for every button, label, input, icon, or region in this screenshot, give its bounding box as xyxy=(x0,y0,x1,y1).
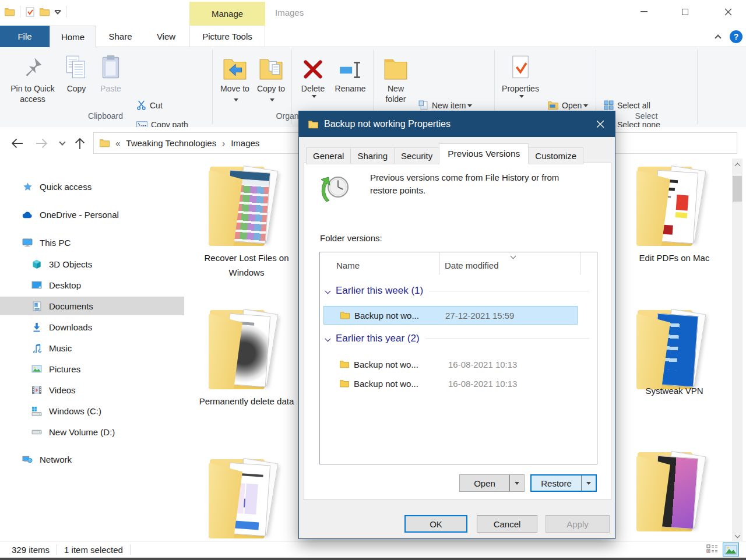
close-button[interactable] xyxy=(715,0,741,23)
group-collapse-icon[interactable] xyxy=(325,288,331,294)
scroll-up-button[interactable] xyxy=(732,159,743,170)
tab-picture-tools[interactable]: Picture Tools xyxy=(189,26,265,47)
properties-check-icon[interactable] xyxy=(26,7,34,17)
forward-button[interactable] xyxy=(33,135,50,152)
minimize-icon xyxy=(641,11,648,12)
sidebar-item-3d-objects[interactable]: 3D Objects xyxy=(0,255,184,273)
new-folder-icon xyxy=(383,54,408,80)
cancel-button[interactable]: Cancel xyxy=(477,515,537,533)
version-row-selected[interactable]: Backup not wo... 27-12-2021 15:59 xyxy=(323,306,578,325)
sidebar-item-pictures[interactable]: Pictures xyxy=(0,360,184,378)
paste-icon xyxy=(100,54,121,80)
close-icon xyxy=(596,120,604,128)
folder-tile-label[interactable]: Systweak VPN xyxy=(625,383,724,398)
sidebar-item-downloads[interactable]: Downloads xyxy=(0,318,184,336)
dialog-tab-sharing[interactable]: Sharing xyxy=(350,147,395,164)
folder-tile-edit-pdfs[interactable] xyxy=(628,164,722,251)
group-header-rule xyxy=(425,339,589,339)
breadcrumb-current[interactable]: Images xyxy=(231,138,259,148)
move-to-icon xyxy=(223,54,247,80)
delete-icon xyxy=(302,54,324,80)
dialog-title: Backup not working Properties xyxy=(324,119,451,129)
sidebar-item-music[interactable]: Music xyxy=(0,339,184,357)
dialog-tab-customize[interactable]: Customize xyxy=(528,147,583,164)
restore-version-button[interactable]: Restore xyxy=(530,474,597,492)
new-folder-qat-icon[interactable] xyxy=(40,8,50,16)
navigation-pane: Quick access OneDrive - Personal This PC… xyxy=(0,159,184,541)
sidebar-item-network[interactable]: Network xyxy=(0,450,184,469)
group-header-earlier-this-week[interactable]: Earlier this week (1) xyxy=(326,285,589,297)
sidebar-item-windows-c[interactable]: Windows (C:) xyxy=(0,401,184,420)
cut-button[interactable]: Cut xyxy=(135,97,163,113)
help-button[interactable]: ? xyxy=(730,30,743,43)
tab-view[interactable]: View xyxy=(145,26,188,47)
version-row[interactable]: Backup not wo... 16-08-2021 10:13 xyxy=(323,374,578,393)
folder-tile-systweak-vpn[interactable] xyxy=(628,308,722,394)
dialog-tab-security[interactable]: Security xyxy=(394,147,439,164)
previous-versions-info-text: Previous versions come from File History… xyxy=(370,171,586,197)
column-header-name[interactable]: Name xyxy=(336,260,360,270)
up-button[interactable] xyxy=(71,135,89,152)
properties-icon xyxy=(510,54,531,80)
details-view-button[interactable] xyxy=(704,543,720,557)
folder-tile-permanently-delete[interactable] xyxy=(200,308,294,394)
ok-button[interactable]: OK xyxy=(404,515,467,533)
folder-tile-label[interactable]: Permanently delete data xyxy=(197,394,296,408)
minimize-button[interactable] xyxy=(631,0,657,23)
dialog-close-button[interactable] xyxy=(589,114,611,135)
scroll-down-button[interactable] xyxy=(732,533,743,537)
column-header-date-modified[interactable]: Date modified xyxy=(445,260,499,270)
sidebar-item-videos[interactable]: Videos xyxy=(0,381,184,399)
folder-icon xyxy=(340,360,349,368)
open-version-button[interactable]: Open xyxy=(459,474,525,492)
group-header-earlier-this-year[interactable]: Earlier this year (2) xyxy=(326,333,589,344)
copy-to-icon xyxy=(259,54,283,80)
open-dropdown-button[interactable] xyxy=(509,475,524,491)
folder-tile-recover-lost-files[interactable] xyxy=(200,164,294,251)
toolbar-separator xyxy=(20,6,20,17)
vertical-scrollbar[interactable] xyxy=(732,159,743,541)
sidebar-item-new-volume-d[interactable]: New Volume (D:) xyxy=(0,422,184,441)
dialog-tab-previous-versions[interactable]: Previous Versions xyxy=(439,143,529,164)
maximize-button[interactable] xyxy=(671,0,698,23)
tab-share[interactable]: Share xyxy=(96,26,145,47)
quick-access-star-icon xyxy=(22,182,33,192)
thumbnail-view-button[interactable] xyxy=(723,543,739,557)
folder-tile-partial-bottom-left[interactable] xyxy=(200,457,294,543)
list-header: Name Date modified xyxy=(320,256,597,274)
open-icon xyxy=(548,101,558,110)
collapse-ribbon-button[interactable] xyxy=(710,29,726,44)
customize-qat-chevron-icon[interactable] xyxy=(55,10,61,13)
pin-icon xyxy=(21,54,44,80)
items-count: 329 items xyxy=(12,545,50,555)
scrollbar-thumb[interactable] xyxy=(733,176,742,202)
dropdown-arrow-icon xyxy=(234,98,238,101)
group-collapse-icon[interactable] xyxy=(325,336,331,341)
tab-home[interactable]: Home xyxy=(50,26,96,48)
dialog-tab-general[interactable]: General xyxy=(306,147,351,164)
folder-tile-partial-bottom-right[interactable] xyxy=(628,450,722,536)
manage-contextual-tab[interactable]: Manage xyxy=(189,2,265,26)
breadcrumb-overflow[interactable]: « xyxy=(114,138,121,148)
folder-tile-label[interactable]: Edit PDFs on Mac xyxy=(625,251,724,265)
sidebar-item-onedrive[interactable]: OneDrive - Personal xyxy=(0,205,184,224)
folder-versions-list[interactable]: Name Date modified Earlier this week (1)… xyxy=(319,252,597,464)
recent-locations-button[interactable] xyxy=(54,135,71,152)
drive-icon xyxy=(31,428,42,435)
sidebar-item-quick-access[interactable]: Quick access xyxy=(0,177,184,196)
version-row[interactable]: Backup not wo... 16-08-2021 10:13 xyxy=(323,355,578,374)
ribbon-tab-row: File Home Share View Picture Tools xyxy=(0,26,746,47)
back-button[interactable] xyxy=(8,135,26,152)
apply-button[interactable]: Apply xyxy=(546,515,610,533)
previous-versions-page: Previous versions come from File History… xyxy=(304,163,611,500)
dropdown-arrow-icon xyxy=(586,482,591,485)
sidebar-item-desktop[interactable]: Desktop xyxy=(0,276,184,294)
documents-icon xyxy=(31,301,42,311)
sidebar-item-this-pc[interactable]: This PC xyxy=(0,233,184,252)
folder-tile-label[interactable]: Recover Lost Files on Windows xyxy=(197,251,296,280)
restore-dropdown-button[interactable] xyxy=(581,476,596,491)
tab-file[interactable]: File xyxy=(0,26,50,47)
maximize-icon xyxy=(682,9,688,15)
breadcrumb-root[interactable]: Tweaking Technologies xyxy=(126,138,216,148)
sidebar-item-documents[interactable]: Documents xyxy=(0,297,184,315)
